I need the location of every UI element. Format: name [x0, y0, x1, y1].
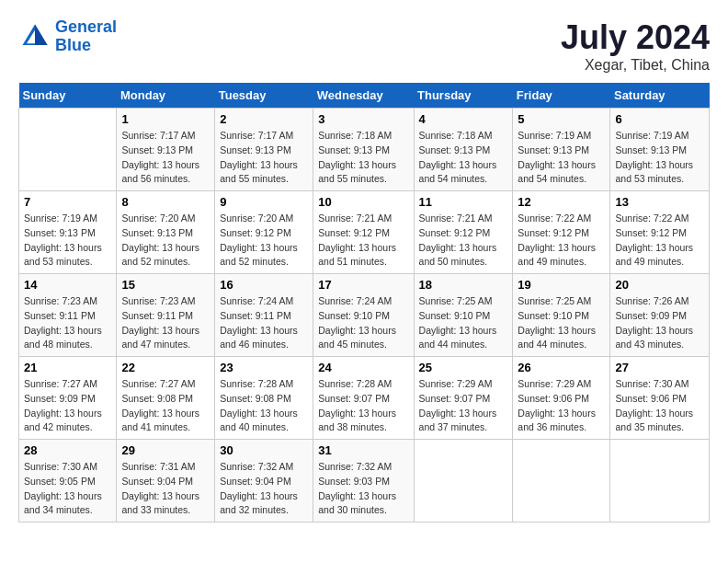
col-header-sunday: Sunday [19, 83, 117, 109]
week-row-4: 21Sunrise: 7:27 AMSunset: 9:09 PMDayligh… [19, 357, 710, 440]
calendar-table: SundayMondayTuesdayWednesdayThursdayFrid… [18, 83, 710, 523]
day-number: 14 [24, 278, 111, 292]
day-number: 17 [318, 278, 408, 292]
calendar-cell [513, 440, 610, 523]
calendar-cell: 21Sunrise: 7:27 AMSunset: 9:09 PMDayligh… [19, 357, 117, 440]
calendar-cell: 11Sunrise: 7:21 AMSunset: 9:12 PMDayligh… [414, 191, 513, 274]
day-info: Sunrise: 7:31 AMSunset: 9:04 PMDaylight:… [121, 460, 210, 518]
day-number: 24 [318, 361, 408, 374]
day-info: Sunrise: 7:17 AMSunset: 9:13 PMDaylight:… [220, 129, 308, 187]
week-row-2: 7Sunrise: 7:19 AMSunset: 9:13 PMDaylight… [19, 191, 710, 274]
calendar-cell: 18Sunrise: 7:25 AMSunset: 9:10 PMDayligh… [414, 274, 513, 357]
calendar-cell: 19Sunrise: 7:25 AMSunset: 9:10 PMDayligh… [513, 274, 610, 357]
calendar-cell: 5Sunrise: 7:19 AMSunset: 9:13 PMDaylight… [513, 109, 610, 191]
calendar-cell: 25Sunrise: 7:29 AMSunset: 9:07 PMDayligh… [414, 357, 513, 440]
day-number: 11 [419, 195, 508, 209]
calendar-cell: 20Sunrise: 7:26 AMSunset: 9:09 PMDayligh… [610, 274, 710, 357]
calendar-cell: 2Sunrise: 7:17 AMSunset: 9:13 PMDaylight… [215, 109, 313, 191]
day-info: Sunrise: 7:25 AMSunset: 9:10 PMDaylight:… [419, 294, 508, 352]
day-info: Sunrise: 7:23 AMSunset: 9:11 PMDaylight:… [121, 294, 210, 352]
day-number: 26 [518, 361, 605, 374]
calendar-cell: 3Sunrise: 7:18 AMSunset: 9:13 PMDaylight… [313, 109, 414, 191]
day-number: 6 [615, 112, 704, 126]
calendar-cell: 16Sunrise: 7:24 AMSunset: 9:11 PMDayligh… [215, 274, 313, 357]
day-number: 21 [24, 361, 111, 374]
day-info: Sunrise: 7:32 AMSunset: 9:03 PMDaylight:… [318, 460, 408, 518]
day-number: 8 [121, 195, 210, 209]
day-number: 20 [615, 278, 704, 292]
day-info: Sunrise: 7:20 AMSunset: 9:13 PMDaylight:… [121, 212, 210, 270]
day-info: Sunrise: 7:18 AMSunset: 9:13 PMDaylight:… [419, 129, 508, 187]
day-info: Sunrise: 7:21 AMSunset: 9:12 PMDaylight:… [318, 212, 408, 270]
day-info: Sunrise: 7:22 AMSunset: 9:12 PMDaylight:… [615, 212, 704, 270]
col-header-tuesday: Tuesday [215, 83, 313, 109]
day-number: 30 [220, 443, 308, 457]
header: General Blue July 2024 Xegar, Tibet, Chi… [18, 18, 710, 74]
day-info: Sunrise: 7:27 AMSunset: 9:09 PMDaylight:… [24, 377, 111, 435]
calendar-cell: 12Sunrise: 7:22 AMSunset: 9:12 PMDayligh… [513, 191, 610, 274]
day-number: 25 [419, 361, 508, 374]
header-row: SundayMondayTuesdayWednesdayThursdayFrid… [19, 83, 710, 109]
day-number: 13 [615, 195, 704, 209]
col-header-friday: Friday [513, 83, 610, 109]
day-info: Sunrise: 7:19 AMSunset: 9:13 PMDaylight:… [615, 129, 704, 187]
day-info: Sunrise: 7:32 AMSunset: 9:04 PMDaylight:… [220, 460, 308, 518]
day-info: Sunrise: 7:21 AMSunset: 9:12 PMDaylight:… [419, 212, 508, 270]
calendar-cell: 28Sunrise: 7:30 AMSunset: 9:05 PMDayligh… [19, 440, 117, 523]
day-info: Sunrise: 7:24 AMSunset: 9:11 PMDaylight:… [220, 294, 308, 352]
day-info: Sunrise: 7:26 AMSunset: 9:09 PMDaylight:… [615, 294, 704, 352]
day-info: Sunrise: 7:30 AMSunset: 9:05 PMDaylight:… [24, 460, 111, 518]
day-number: 4 [419, 112, 508, 126]
calendar-cell [19, 109, 117, 191]
day-number: 28 [24, 443, 111, 457]
calendar-cell: 29Sunrise: 7:31 AMSunset: 9:04 PMDayligh… [117, 440, 215, 523]
day-number: 27 [615, 361, 704, 374]
day-number: 7 [24, 195, 111, 209]
logo: General Blue [18, 18, 117, 55]
day-number: 3 [318, 112, 408, 126]
calendar-cell: 17Sunrise: 7:24 AMSunset: 9:10 PMDayligh… [313, 274, 414, 357]
calendar-cell: 8Sunrise: 7:20 AMSunset: 9:13 PMDaylight… [117, 191, 215, 274]
calendar-cell [414, 440, 513, 523]
day-number: 15 [121, 278, 210, 292]
day-info: Sunrise: 7:28 AMSunset: 9:07 PMDaylight:… [318, 377, 408, 435]
week-row-3: 14Sunrise: 7:23 AMSunset: 9:11 PMDayligh… [19, 274, 710, 357]
calendar-cell: 7Sunrise: 7:19 AMSunset: 9:13 PMDaylight… [19, 191, 117, 274]
day-number: 23 [220, 361, 308, 374]
day-number: 18 [419, 278, 508, 292]
title-area: July 2024 Xegar, Tibet, China [561, 18, 710, 74]
day-info: Sunrise: 7:25 AMSunset: 9:10 PMDaylight:… [518, 294, 605, 352]
day-info: Sunrise: 7:17 AMSunset: 9:13 PMDaylight:… [121, 129, 210, 187]
calendar-cell: 1Sunrise: 7:17 AMSunset: 9:13 PMDaylight… [117, 109, 215, 191]
day-number: 5 [518, 112, 605, 126]
week-row-5: 28Sunrise: 7:30 AMSunset: 9:05 PMDayligh… [19, 440, 710, 523]
day-info: Sunrise: 7:29 AMSunset: 9:06 PMDaylight:… [518, 377, 605, 435]
week-row-1: 1Sunrise: 7:17 AMSunset: 9:13 PMDaylight… [19, 109, 710, 191]
logo-icon [18, 20, 51, 53]
calendar-cell: 4Sunrise: 7:18 AMSunset: 9:13 PMDaylight… [414, 109, 513, 191]
day-info: Sunrise: 7:23 AMSunset: 9:11 PMDaylight:… [24, 294, 111, 352]
day-info: Sunrise: 7:28 AMSunset: 9:08 PMDaylight:… [220, 377, 308, 435]
day-number: 16 [220, 278, 308, 292]
calendar-cell: 24Sunrise: 7:28 AMSunset: 9:07 PMDayligh… [313, 357, 414, 440]
day-number: 1 [121, 112, 210, 126]
day-info: Sunrise: 7:18 AMSunset: 9:13 PMDaylight:… [318, 129, 408, 187]
calendar-cell: 22Sunrise: 7:27 AMSunset: 9:08 PMDayligh… [117, 357, 215, 440]
col-header-saturday: Saturday [610, 83, 710, 109]
day-info: Sunrise: 7:29 AMSunset: 9:07 PMDaylight:… [419, 377, 508, 435]
day-number: 31 [318, 443, 408, 457]
col-header-monday: Monday [117, 83, 215, 109]
day-info: Sunrise: 7:20 AMSunset: 9:12 PMDaylight:… [220, 212, 308, 270]
day-info: Sunrise: 7:19 AMSunset: 9:13 PMDaylight:… [24, 212, 111, 270]
subtitle: Xegar, Tibet, China [561, 57, 710, 74]
calendar-cell: 6Sunrise: 7:19 AMSunset: 9:13 PMDaylight… [610, 109, 710, 191]
svg-marker-2 [35, 24, 48, 45]
col-header-wednesday: Wednesday [313, 83, 414, 109]
calendar-cell: 9Sunrise: 7:20 AMSunset: 9:12 PMDaylight… [215, 191, 313, 274]
main-title: July 2024 [561, 18, 710, 57]
calendar-cell: 23Sunrise: 7:28 AMSunset: 9:08 PMDayligh… [215, 357, 313, 440]
day-number: 22 [121, 361, 210, 374]
day-number: 19 [518, 278, 605, 292]
day-info: Sunrise: 7:24 AMSunset: 9:10 PMDaylight:… [318, 294, 408, 352]
calendar-cell: 10Sunrise: 7:21 AMSunset: 9:12 PMDayligh… [313, 191, 414, 274]
